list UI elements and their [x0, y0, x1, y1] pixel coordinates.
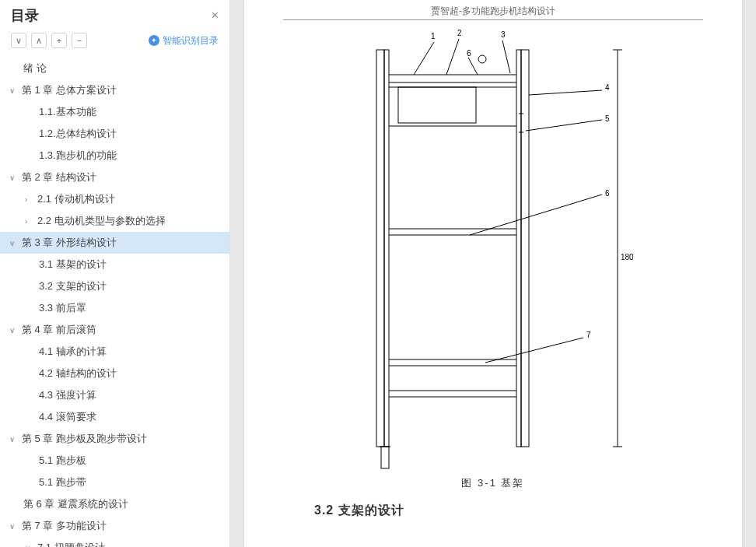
- ai-toc-label: 智能识别目录: [163, 34, 219, 47]
- toc-item[interactable]: ∨第 3 章 外形结构设计: [0, 232, 229, 254]
- toc-item-label: 第 6 章 避震系统的设计: [23, 497, 128, 511]
- toc-item[interactable]: 4.1 轴承的计算: [0, 341, 229, 363]
- chevron-down-icon[interactable]: ∨: [9, 239, 22, 247]
- toc-item[interactable]: 4.4 滚筒要求: [0, 406, 229, 428]
- toc-item-label: 第 4 章 前后滚筒: [22, 323, 96, 337]
- svg-rect-2: [516, 50, 521, 447]
- toc-item[interactable]: 1.3.跑步机的功能: [0, 145, 229, 167]
- toc-item[interactable]: 3.3 前后罩: [0, 297, 229, 319]
- close-icon[interactable]: ×: [212, 9, 219, 23]
- toc-item[interactable]: 5.1 跑步带: [0, 472, 229, 493]
- svg-rect-1: [384, 50, 389, 447]
- toc-item[interactable]: ∨7.1 扭腰盘设计: [0, 537, 229, 547]
- svg-line-25: [526, 120, 602, 131]
- toc-item-label: 4.3 强度计算: [39, 388, 96, 402]
- label-4: 4: [605, 83, 610, 92]
- svg-rect-7: [398, 87, 476, 123]
- toc-item[interactable]: 第 6 章 避震系统的设计: [0, 493, 229, 515]
- svg-line-24: [529, 90, 602, 95]
- label-1: 1: [431, 32, 436, 40]
- sidebar-header: 目录 ×: [0, 0, 229, 30]
- chevron-down-icon[interactable]: ∨: [25, 544, 37, 548]
- toc-item-label: 第 5 章 跑步板及跑步带设计: [22, 432, 147, 446]
- toc-item-label: 2.2 电动机类型与参数的选择: [37, 214, 166, 228]
- svg-line-27: [485, 338, 583, 363]
- toc-item-label: 4.2 轴结构的设计: [39, 366, 117, 380]
- toc-item[interactable]: ›2.2 电动机类型与参数的选择: [0, 210, 229, 232]
- toc-item[interactable]: 4.3 强度计算: [0, 384, 229, 406]
- toc-item[interactable]: ∨第 2 章 结构设计: [0, 167, 229, 188]
- label-6a: 6: [467, 49, 471, 58]
- label-5: 5: [605, 114, 610, 123]
- toc-item-label: 4.4 滚筒要求: [39, 410, 96, 424]
- svg-line-21: [468, 58, 478, 75]
- toc-item[interactable]: 1.2.总体结构设计: [0, 123, 229, 145]
- toc-item-label: 第 3 章 外形结构设计: [22, 236, 117, 250]
- toc-item-label: 3.1 基架的设计: [39, 258, 107, 272]
- toc-item[interactable]: ›2.1 传动机构设计: [0, 188, 229, 210]
- chevron-down-icon[interactable]: ∨: [9, 522, 22, 531]
- toc-item[interactable]: ∨第 5 章 跑步板及跑步带设计: [0, 428, 229, 450]
- toc-item[interactable]: 3.1 基架的设计: [0, 254, 229, 275]
- label-3: 3: [501, 30, 506, 39]
- chevron-down-icon[interactable]: ∨: [9, 174, 22, 182]
- collapse-button[interactable]: −: [72, 33, 87, 48]
- toc-item[interactable]: 3.2 支架的设计: [0, 275, 229, 297]
- ai-toc-button[interactable]: ✦ 智能识别目录: [149, 34, 219, 47]
- toc-item-label: 7.1 扭腰盘设计: [37, 541, 105, 547]
- app-container: 目录 × ∨ ∧ + − ✦ 智能识别目录 绪 论∨第 1 章 总体方案设计1.…: [0, 0, 756, 547]
- toc-item-label: 第 2 章 结构设计: [22, 170, 96, 184]
- chevron-down-icon[interactable]: ∨: [9, 86, 22, 95]
- label-2: 2: [457, 29, 462, 37]
- svg-line-23: [502, 40, 510, 73]
- svg-rect-3: [521, 50, 529, 447]
- toc-item-label: 1.2.总体结构设计: [39, 127, 117, 141]
- toc-item-label: 2.1 传动机构设计: [37, 192, 115, 206]
- toc-item-label: 绪 论: [23, 61, 47, 75]
- label-7: 7: [586, 331, 591, 339]
- toc-item-label: 4.1 轴承的计算: [39, 345, 107, 359]
- figure-caption: 图 3-1 基架: [244, 476, 742, 490]
- svg-line-19: [414, 42, 434, 75]
- toc-item[interactable]: 绪 论: [0, 58, 229, 79]
- toc-item-label: 1.1.基本功能: [39, 105, 96, 119]
- toc-item-label: 1.3.跑步机的功能: [39, 149, 117, 163]
- toc-item-label: 3.3 前后罩: [39, 301, 86, 315]
- toc-item-label: 3.2 支架的设计: [39, 279, 107, 293]
- collapse-down-button[interactable]: ∧: [31, 33, 47, 48]
- svg-rect-15: [381, 447, 389, 468]
- toc-item-label: 5.1 跑步板: [39, 454, 86, 468]
- toc-item-label: 5.1 跑步带: [39, 475, 86, 489]
- toc-item[interactable]: 4.2 轴结构的设计: [0, 363, 229, 384]
- toc-item[interactable]: ∨第 7 章 多功能设计: [0, 515, 229, 537]
- toc-title: 目录: [11, 6, 39, 25]
- svg-line-20: [446, 39, 459, 75]
- chevron-down-icon[interactable]: ∨: [9, 326, 22, 335]
- chevron-right-icon[interactable]: ›: [25, 217, 37, 226]
- figure-diagram: 1 2 6 3 4 5 6 7 1800: [353, 26, 633, 470]
- svg-line-26: [470, 195, 602, 235]
- svg-point-22: [478, 55, 486, 63]
- toc-toolbar: ∨ ∧ + − ✦ 智能识别目录: [0, 30, 229, 54]
- document-viewport[interactable]: 贾智超-多功能跑步机结构设计: [230, 0, 756, 547]
- toc-item-label: 第 1 章 总体方案设计: [22, 83, 117, 97]
- toc-item[interactable]: ∨第 1 章 总体方案设计: [0, 79, 229, 101]
- toc-sidebar: 目录 × ∨ ∧ + − ✦ 智能识别目录 绪 论∨第 1 章 总体方案设计1.…: [0, 0, 230, 547]
- collapse-up-button[interactable]: ∨: [11, 33, 26, 48]
- dim-1800: 1800: [621, 253, 633, 261]
- page-header: 贾智超-多功能跑步机结构设计: [283, 3, 703, 20]
- toc-item[interactable]: 1.1.基本功能: [0, 101, 229, 123]
- toc-item-label: 第 7 章 多功能设计: [22, 519, 107, 533]
- label-6: 6: [605, 189, 610, 198]
- expand-button[interactable]: +: [51, 33, 67, 48]
- section-heading: 3.2 支架的设计: [314, 503, 742, 519]
- ai-icon: ✦: [149, 35, 159, 46]
- toc-list[interactable]: 绪 论∨第 1 章 总体方案设计1.1.基本功能1.2.总体结构设计1.3.跑步…: [0, 54, 229, 547]
- chevron-right-icon[interactable]: ›: [25, 195, 37, 204]
- svg-rect-0: [376, 50, 384, 447]
- toc-item[interactable]: ∨第 4 章 前后滚筒: [0, 319, 229, 341]
- document-page: 贾智超-多功能跑步机结构设计: [244, 0, 742, 547]
- toc-item[interactable]: 5.1 跑步板: [0, 450, 229, 472]
- chevron-down-icon[interactable]: ∨: [9, 435, 22, 444]
